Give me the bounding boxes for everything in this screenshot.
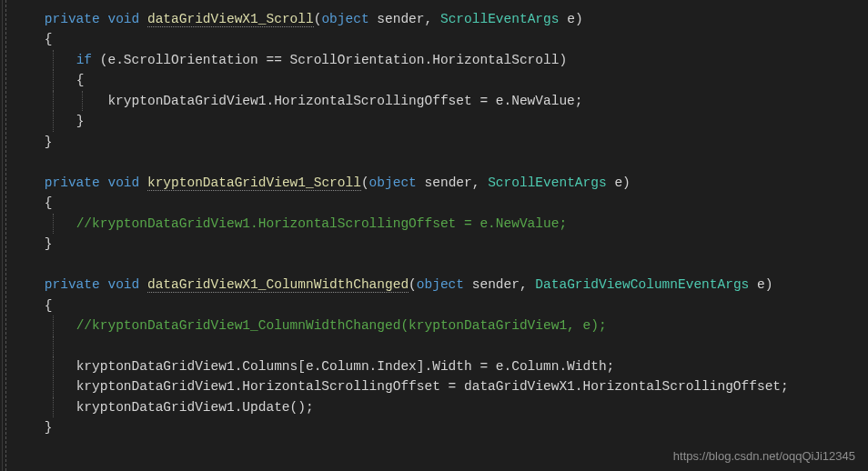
code-line[interactable]: } (13, 234, 868, 254)
if-condition: (e.ScrollOrientation == ScrollOrientatio… (92, 53, 567, 67)
code-line[interactable]: } (13, 132, 868, 152)
keyword-void: void (107, 12, 139, 26)
statement: kryptonDataGridView1.HorizontalScrolling… (76, 379, 789, 394)
type-datagridviewcolumneventargs: DataGridViewColumnEventArgs (535, 277, 749, 292)
paren: ( (409, 277, 417, 292)
comment: //kryptonDataGridView1.HorizontalScrolli… (76, 216, 568, 231)
code-line[interactable]: private void kryptonDataGridView1_Scroll… (13, 173, 868, 193)
code-editor[interactable]: private void dataGridViewX1_Scroll(objec… (0, 0, 868, 447)
code-line[interactable]: //kryptonDataGridView1_ColumnWidthChange… (13, 316, 868, 336)
code-line[interactable]: { (13, 29, 868, 49)
code-line[interactable]: } (13, 417, 868, 437)
code-line[interactable]: } (13, 111, 868, 131)
brace-open: { (76, 73, 85, 87)
keyword-private: private (45, 175, 100, 190)
param-e: e (607, 175, 622, 190)
keyword-void: void (107, 277, 139, 292)
method-name: dataGridViewX1_Scroll (147, 12, 314, 27)
code-line[interactable]: //kryptonDataGridView1.HorizontalScrolli… (13, 214, 868, 234)
brace-close: } (45, 135, 53, 149)
type-object: object (321, 12, 368, 26)
brace-open: { (45, 298, 53, 313)
brace-close: } (45, 420, 53, 435)
keyword-private: private (45, 12, 100, 26)
blank-line[interactable] (13, 152, 868, 172)
code-line[interactable]: private void dataGridViewX1_Scroll(objec… (13, 9, 868, 29)
comma: , (520, 277, 535, 292)
method-name: dataGridViewX1_ColumnWidthChanged (147, 277, 409, 293)
paren: ) (622, 175, 631, 190)
type-object: object (417, 277, 464, 292)
keyword-private: private (45, 277, 100, 292)
brace-close: } (45, 236, 53, 251)
watermark-text: https://blog.csdn.net/oqqQiJi12345 (673, 447, 855, 466)
code-line[interactable]: kryptonDataGridView1.Columns[e.Column.In… (13, 356, 868, 376)
code-line[interactable]: if (e.ScrollOrientation == ScrollOrienta… (13, 50, 868, 70)
code-line[interactable]: private void dataGridViewX1_ColumnWidthC… (13, 275, 868, 295)
type-object: object (369, 175, 417, 190)
statement: kryptonDataGridView1.HorizontalScrolling… (107, 94, 582, 108)
blank-line[interactable] (13, 336, 868, 356)
type-scrolleventargs: ScrollEventArgs (440, 12, 560, 26)
paren: ( (361, 175, 369, 190)
comment: //kryptonDataGridView1_ColumnWidthChange… (76, 318, 607, 333)
param-e: e (559, 12, 574, 26)
paren: ) (575, 12, 583, 26)
keyword-void: void (107, 175, 139, 190)
comma: , (425, 12, 440, 26)
method-name: kryptonDataGridView1_Scroll (147, 175, 361, 191)
brace-open: { (45, 195, 53, 210)
brace-open: { (45, 32, 53, 46)
keyword-if: if (76, 53, 92, 67)
paren: ) (765, 277, 773, 292)
brace-close: } (76, 114, 85, 128)
code-line[interactable]: kryptonDataGridView1.HorizontalScrolling… (13, 91, 868, 111)
comma: , (472, 175, 488, 190)
type-scrolleventargs: ScrollEventArgs (488, 175, 607, 190)
statement: kryptonDataGridView1.Update(); (76, 400, 314, 415)
code-line[interactable]: kryptonDataGridView1.Update(); (13, 397, 868, 417)
param-sender: sender (369, 12, 425, 26)
statement: kryptonDataGridView1.Columns[e.Column.In… (76, 359, 615, 374)
param-sender: sender (464, 277, 520, 292)
code-line[interactable]: { (13, 193, 868, 213)
blank-line[interactable] (13, 255, 868, 275)
param-e: e (749, 277, 764, 292)
param-sender: sender (417, 175, 472, 190)
code-line[interactable]: { (13, 296, 868, 316)
code-line[interactable]: { (13, 70, 868, 90)
code-line[interactable]: kryptonDataGridView1.HorizontalScrolling… (13, 376, 868, 396)
